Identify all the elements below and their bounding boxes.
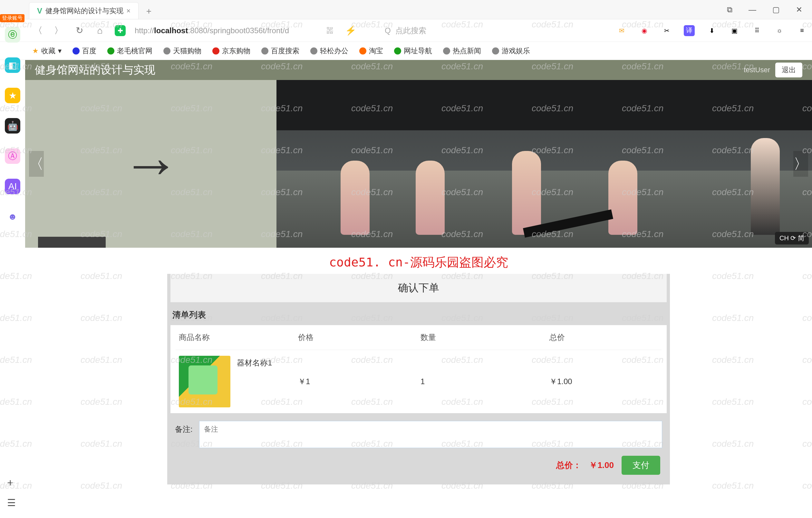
pip-icon[interactable]: ▣ <box>729 25 740 36</box>
browser-tab[interactable]: V 健身馆网站的设计与实现 × <box>29 2 139 19</box>
url-prefix: http:// <box>135 26 154 35</box>
qr-icon[interactable]: 噐 <box>324 26 336 35</box>
sidebar-list-icon[interactable]: ☰ <box>7 497 16 508</box>
confirm-order-title: 确认下单 <box>170 274 667 302</box>
table-row: 器材名称1 ￥1 1 ￥1.00 <box>176 350 662 413</box>
translate-icon[interactable]: 译 <box>684 25 695 36</box>
hero-carousel: → 〈 〉 CH ⟳ 简 <box>25 80 812 248</box>
login-account-tag[interactable]: 登录账号 <box>0 14 25 22</box>
bookmark-office[interactable]: 轻松办公 <box>310 46 348 56</box>
carousel-prev-icon[interactable]: 〈 <box>29 151 44 177</box>
scissors-icon[interactable]: ✂ <box>661 25 672 36</box>
nav-home-icon[interactable]: ⌂ <box>94 26 106 36</box>
col-subtotal: 总价 <box>549 332 658 343</box>
nav-forward-icon[interactable]: 〉 <box>53 25 64 37</box>
nav-reload-icon[interactable]: ↻ <box>74 25 85 36</box>
sidebar-ai1-icon[interactable]: Ⓐ <box>5 148 20 164</box>
bookmark-games[interactable]: 游戏娱乐 <box>492 46 530 56</box>
sidebar-bot-icon[interactable]: 🤖 <box>5 118 20 134</box>
total-label: 总价： <box>556 460 581 471</box>
sidebar-star-icon[interactable]: ★ <box>5 88 20 103</box>
bookmark-laomaotao[interactable]: 老毛桃官网 <box>107 46 152 56</box>
col-price: 价格 <box>298 332 420 343</box>
weibo-icon[interactable]: ◉ <box>639 25 649 36</box>
nav-back-icon[interactable]: 〈 <box>32 25 44 37</box>
web-page: 健身馆网站的设计与实现 testUser 退出 → 〈 〉 CH ⟳ 简 <box>25 60 812 518</box>
window-minimize-icon[interactable]: — <box>749 5 756 14</box>
bookmark-tmall[interactable]: 天猫购物 <box>163 46 201 56</box>
menu-icon[interactable]: ≡ <box>796 25 808 36</box>
site-title: 健身馆网站的设计与实现 <box>35 62 155 77</box>
product-thumbnail <box>179 356 230 407</box>
sidebar-face-icon[interactable]: ☻ <box>5 209 20 224</box>
ime-indicator[interactable]: CH ⟳ 简 <box>775 232 809 244</box>
sidebar-add-icon[interactable]: + <box>7 476 13 489</box>
sidebar-ai2-icon[interactable]: AI <box>5 179 20 194</box>
bookmark-news[interactable]: 热点新闻 <box>443 46 481 56</box>
mail-icon[interactable]: ✉ <box>616 25 627 36</box>
bookmark-nav[interactable]: 网址导航 <box>394 46 432 56</box>
tab-title: 健身馆网站的设计与实现 <box>46 6 123 16</box>
carousel-slide-gym <box>277 80 812 248</box>
favorites-button[interactable]: ★收藏 ▾ <box>32 46 62 56</box>
theme-icon[interactable]: ☼ <box>774 25 785 36</box>
pay-button[interactable]: 支付 <box>621 456 660 475</box>
url-field[interactable]: http://localhost:8080/springboot0356t/fr… <box>135 26 315 35</box>
product-price: ￥1 <box>298 376 420 387</box>
remark-row: 备注: <box>170 413 667 451</box>
site-header: 健身馆网站的设计与实现 testUser 退出 <box>25 60 812 80</box>
order-table: 商品名称 价格 数量 总价 器材名称1 ￥1 1 ￥1.00 <box>170 325 667 413</box>
download-icon[interactable]: ⬇ <box>706 25 717 36</box>
new-tab-button[interactable]: + <box>142 5 155 18</box>
search-placeholder: 点此搜索 <box>395 26 426 36</box>
watermark-red: code51. cn-源码乐园盗图必究 <box>25 251 812 274</box>
col-qty: 数量 <box>420 332 549 343</box>
product-subtotal: ￥1.00 <box>549 376 658 387</box>
arrow-right-icon: → <box>122 131 180 197</box>
browser-sidebar: ⓔ ◧ ★ 🤖 Ⓐ AI ☻ <box>0 19 25 224</box>
window-maximize-icon[interactable]: ▢ <box>772 5 780 14</box>
product-qty: 1 <box>420 377 549 386</box>
url-host: localhost <box>154 26 188 35</box>
bookmarks-bar: ★收藏 ▾ 百度 老毛桃官网 天猫购物 京东购物 百度搜索 轻松办公 淘宝 网址… <box>0 42 812 60</box>
carousel-next-icon[interactable]: 〉 <box>793 151 808 177</box>
vue-icon: V <box>37 6 42 16</box>
order-card: 确认下单 清单列表 商品名称 价格 数量 总价 器材名称1 ￥1 <box>167 274 670 485</box>
bookmark-taobao[interactable]: 淘宝 <box>359 46 383 56</box>
window-pip-icon[interactable]: ⧉ <box>727 5 732 14</box>
sidebar-browser-icon[interactable]: ⓔ <box>5 27 20 43</box>
logout-button[interactable]: 退出 <box>775 62 802 77</box>
apps-icon[interactable]: ⠿ <box>751 25 762 36</box>
bookmark-jd[interactable]: 京东购物 <box>212 46 250 56</box>
bookmark-baidu[interactable]: 百度 <box>72 46 96 56</box>
security-shield-icon[interactable]: ✚ <box>115 25 126 36</box>
window-close-icon[interactable]: ✕ <box>796 5 802 14</box>
total-value: ￥1.00 <box>589 460 614 471</box>
tab-close-icon[interactable]: × <box>126 7 130 15</box>
address-bar: 〈 〉 ↻ ⌂ ✚ http://localhost:8080/springbo… <box>0 19 812 42</box>
browser-titlebar: V 健身馆网站的设计与实现 × + ⧉ — ▢ ✕ <box>0 0 812 19</box>
order-list-title: 清单列表 <box>170 305 667 325</box>
carousel-indicator[interactable] <box>38 237 106 248</box>
search-icon: Q <box>385 26 391 35</box>
search-box[interactable]: Q 点此搜索 <box>385 26 426 36</box>
url-path: :8080/springboot0356t/front/d <box>188 26 289 35</box>
flash-icon[interactable]: ⚡ <box>345 25 356 36</box>
table-header: 商品名称 价格 数量 总价 <box>176 325 662 350</box>
remark-label: 备注: <box>175 421 193 434</box>
current-user: testUser <box>744 66 770 74</box>
product-name: 器材名称1 <box>237 356 272 368</box>
bookmark-baidusearch[interactable]: 百度搜索 <box>261 46 299 56</box>
remark-input[interactable] <box>199 421 662 448</box>
carousel-slide-left: → <box>25 80 277 248</box>
sidebar-app1-icon[interactable]: ◧ <box>5 57 20 73</box>
col-name: 商品名称 <box>179 332 298 343</box>
